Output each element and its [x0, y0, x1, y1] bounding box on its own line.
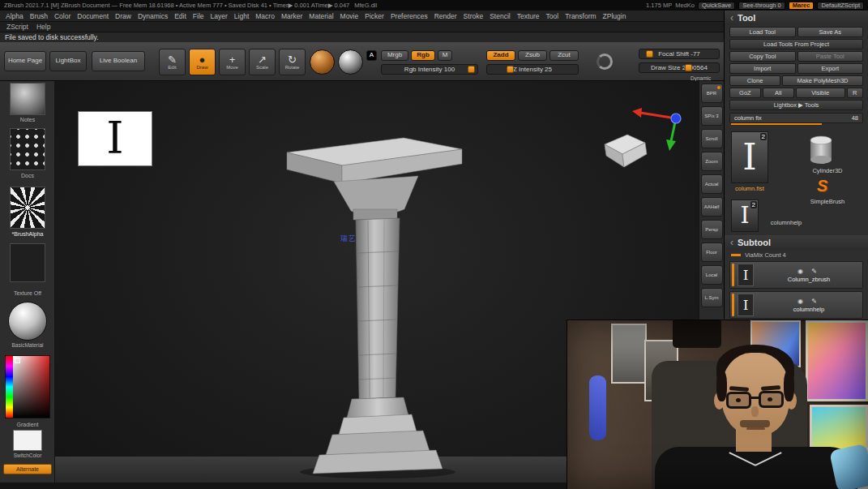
cylinder3d-tool-icon[interactable] — [807, 135, 835, 165]
simplebrush-logo[interactable]: S — [817, 177, 827, 195]
move-mode-button[interactable]: + Move — [219, 49, 246, 75]
subtool-item-columnhelp[interactable]: I ◉ ✎ columnhelp — [729, 291, 863, 319]
menu-movie[interactable]: Movie — [337, 12, 362, 20]
menu-marker[interactable]: Marker — [278, 12, 306, 20]
zoom-button[interactable]: Zoom — [701, 152, 723, 171]
alpha-preview-thumb[interactable] — [10, 187, 45, 229]
load-tools-from-project-button[interactable]: Load Tools From Project — [729, 39, 863, 49]
lightbox-tools-button[interactable]: Lightbox ▶ Tools — [729, 100, 863, 110]
menu-texture[interactable]: Texture — [514, 12, 543, 20]
draw-size-handle[interactable] — [685, 64, 692, 71]
menu-document[interactable]: Document — [74, 12, 112, 20]
persp-button[interactable]: Persp — [701, 220, 723, 239]
stroke-preview-thumb[interactable] — [10, 128, 45, 170]
menu-edit[interactable]: Edit — [171, 12, 190, 20]
aahalf-button[interactable]: AAHalf — [701, 197, 723, 217]
scroll-button[interactable]: Scroll — [701, 129, 723, 148]
bpr-button[interactable]: BPR — [701, 84, 723, 103]
rgb-button[interactable]: Rgb — [411, 50, 435, 61]
subtool-item-column-zbrush[interactable]: I ◉ ✎ Column_zbrush — [729, 261, 863, 289]
saturation-value-square[interactable] — [13, 356, 49, 418]
menu-transform[interactable]: Transform — [562, 12, 599, 20]
menu-macro[interactable]: Macro — [252, 12, 278, 20]
make-polymesh3d-button[interactable]: Make PolyMesh3D — [782, 75, 863, 86]
load-tool-button[interactable]: Load Tool — [729, 27, 796, 37]
empty-texture-thumb[interactable] — [10, 243, 45, 282]
menu-light[interactable]: Light — [231, 12, 252, 20]
m-button[interactable]: M — [438, 50, 452, 61]
menu-zscript[interactable]: ZScript — [2, 23, 32, 31]
column-fix-slider[interactable]: column fix 48 — [729, 113, 863, 123]
z-intensity-slider[interactable]: Z Intensity 25 — [486, 64, 579, 75]
menu-preferences[interactable]: Preferences — [387, 12, 431, 20]
current-material-sphere[interactable] — [310, 49, 335, 75]
menu-layer[interactable]: Layer — [207, 12, 231, 20]
home-page-button[interactable]: Home Page — [4, 51, 46, 71]
c-ring-icon[interactable] — [596, 54, 613, 70]
spix-button[interactable]: SPix 3 — [701, 106, 723, 126]
menu-stencil[interactable]: Stencil — [486, 12, 514, 20]
import-button[interactable]: Import — [729, 63, 796, 74]
menu-zplugin[interactable]: ZPlugin — [600, 12, 630, 20]
goz-visible-button[interactable]: Visible — [796, 88, 845, 98]
tool-palette-header[interactable]: ‹ Tool — [725, 11, 868, 25]
secondary-tool-thumbnail[interactable]: I 2 — [731, 199, 759, 232]
zadd-button[interactable]: Zadd — [486, 50, 515, 61]
alternate-button[interactable]: Alternate — [3, 464, 52, 474]
quicksave-button[interactable]: QuickSave — [698, 2, 735, 10]
menu-alpha[interactable]: Alpha — [2, 12, 27, 20]
z-intensity-handle[interactable] — [507, 66, 514, 73]
main-color-swatch[interactable] — [13, 430, 42, 451]
menu-picker[interactable]: Picker — [361, 12, 387, 20]
menu-help[interactable]: Help — [32, 23, 54, 31]
goz-all-button[interactable]: All — [763, 88, 794, 98]
floor-button[interactable]: Floor — [701, 242, 723, 262]
zsub-button[interactable]: Zsub — [518, 50, 547, 61]
gradient-material-sphere[interactable] — [338, 49, 363, 75]
draw-size-slider[interactable]: Draw Size 2000564 — [639, 62, 720, 73]
menu-material[interactable]: Material — [306, 12, 336, 20]
menu-color[interactable]: Color — [51, 12, 74, 20]
menu-render[interactable]: Render — [431, 12, 460, 20]
zcut-button[interactable]: Zcut — [549, 50, 579, 61]
subtool-slider-tick[interactable] — [731, 254, 741, 256]
edit-mode-button[interactable]: ✎ Edit — [159, 49, 186, 75]
current-material-thumb[interactable] — [8, 302, 47, 341]
scale-mode-button[interactable]: ↗ Scale — [249, 49, 276, 75]
clone-button[interactable]: Clone — [729, 75, 780, 86]
actual-button[interactable]: Actual — [701, 174, 723, 194]
alpha-a-swatch[interactable]: A — [366, 50, 377, 61]
color-picker[interactable] — [5, 355, 50, 418]
draw-mode-button[interactable]: ● Draw — [189, 49, 216, 75]
focal-shift-handle[interactable] — [646, 50, 653, 58]
axis-gizmo[interactable] — [631, 107, 687, 154]
paste-tool-button[interactable]: Paste Tool — [797, 51, 864, 62]
copy-tool-button[interactable]: Copy Tool — [729, 51, 796, 62]
goz-button[interactable]: GoZ — [729, 88, 761, 98]
menu-file[interactable]: File — [190, 12, 207, 20]
lightbox-button[interactable]: LightBox — [49, 51, 87, 71]
menu-brush[interactable]: Brush — [27, 12, 51, 20]
rgb-intensity-slider[interactable]: Rgb Intensity 100 — [381, 64, 478, 75]
menu-stroke[interactable]: Stroke — [460, 12, 487, 20]
mrgb-button[interactable]: Mrgb — [381, 50, 408, 61]
rotate-mode-button[interactable]: ↻ Rotate — [279, 49, 306, 75]
menu-tool[interactable]: Tool — [543, 12, 562, 20]
export-button[interactable]: Export — [797, 63, 864, 74]
save-as-button[interactable]: Save As — [797, 27, 864, 37]
local-button[interactable]: Local — [701, 265, 723, 285]
default-zscript-button[interactable]: DefaultZScript — [817, 2, 864, 10]
subtool-visibility-icons[interactable]: ◉ ✎ — [797, 298, 820, 305]
menu-draw[interactable]: Draw — [112, 12, 135, 20]
goz-r-button[interactable]: R — [847, 88, 863, 98]
subtool-header[interactable]: ‹ Subtool — [725, 235, 868, 250]
menu-dynamics[interactable]: Dynamics — [135, 12, 171, 20]
current-tool-thumbnail[interactable]: I 2 — [731, 131, 768, 183]
rgb-intensity-handle[interactable] — [468, 66, 475, 73]
focal-shift-slider[interactable]: Focal Shift -77 — [639, 49, 720, 59]
see-through-slider[interactable]: See-through 0 — [738, 2, 785, 10]
column-model[interactable] — [280, 131, 468, 480]
lsym-button[interactable]: L.Sym — [701, 288, 723, 307]
marec-button[interactable]: Marec — [789, 2, 815, 10]
live-boolean-button[interactable]: Live Boolean — [92, 51, 145, 71]
